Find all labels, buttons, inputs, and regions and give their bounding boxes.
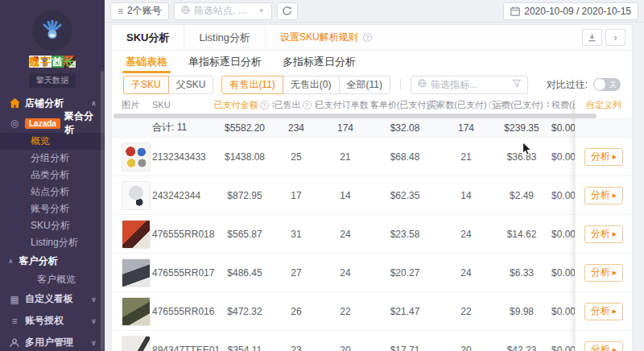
lazada-badge: Lazada [25,118,60,129]
product-image[interactable] [122,220,151,249]
brand-logo [32,10,72,51]
brand-subtitle-badge: 擎天数据 [29,73,76,88]
col-sold[interactable]: 已售出 ? ▲▼ [276,99,316,111]
subtab-multi-metric-daily[interactable]: 多指标逐日分析 [283,51,356,73]
divider [400,79,401,90]
play-icon: ▶ [613,308,617,315]
refresh-button[interactable] [277,2,298,20]
sidebar-item-account-analysis[interactable]: 账号分析 [0,200,105,217]
sku-value: 2132343433 [152,151,213,163]
brand-name: 数字酋长 [0,55,105,69]
table-header-row: 图片 SKU 已支付金额 ? ▲▼ 已售出 ? ▲▼ 已支付订单数 ▲▼ 客单价… [112,96,632,114]
subtab-single-metric-daily[interactable]: 单指标逐日分析 [188,51,262,73]
tab-listing-analysis[interactable]: Listing分析 [184,25,266,50]
play-icon: ▶ [613,231,617,237]
download-button[interactable] [582,29,602,46]
sidebar-item-site-analysis[interactable]: 站点分析 [0,184,105,200]
product-image[interactable] [122,336,151,351]
chevron-down-icon: ∨ [91,317,97,325]
menu-icon: ≡ [118,6,123,17]
globe-icon [418,79,427,90]
top-toolbar: ≡ 2个账号 筛选站点, 大类, 小类... ▼ 2020-10-09 / 20… [105,0,644,23]
product-image[interactable] [122,258,151,287]
toggle-knob [594,79,605,90]
sku-value: 894347TTEE01 [152,345,213,351]
filter-child-sku[interactable]: 子SKU [123,76,169,94]
col-shipping[interactable]: 运费(已支付) ▲▼ [497,99,547,111]
col-paid-orders[interactable]: 已支付订单数 ▲▼ [316,99,374,111]
compare-past-toggle[interactable]: 关 [593,78,621,91]
sidebar-group-account-authorization[interactable]: ≡ 账号授权 ∨ [0,310,105,332]
product-image[interactable] [122,142,151,171]
table-row: 476555RR017 $486.45 27 24 $20.27 24 $6.3… [112,254,632,292]
sku-table: 图片 SKU 已支付金额 ? ▲▼ 已售出 ? ▲▼ 已支付订单数 ▲▼ 客单价… [112,96,632,351]
sku-value: 476555RR016 [152,306,213,317]
sidebar-group-custom-dashboard[interactable]: ▦ 自定义看板 ∨ [0,288,105,310]
product-image[interactable] [122,181,151,210]
date-range-picker[interactable]: 2020-10-09 / 2020-10-15 [503,2,638,20]
analyze-button[interactable]: 分析▶ [584,225,623,243]
analyze-button[interactable]: 分析▶ [584,303,623,320]
accounts-button[interactable]: ≡ 2个账号 [110,2,169,20]
summary-row: 合计: 11 $5582.20 234 174 $32.08 174 $239.… [112,118,632,138]
target-icon: ◎ [8,118,21,129]
filter-parent-sku[interactable]: 父SKU [168,76,214,94]
refresh-icon [282,6,292,16]
chevron-down-icon: ∨ [91,339,97,347]
table-row: 243242344 $872.95 17 14 $62.35 14 $2.49 … [112,176,632,215]
chevron-down-icon: ∨ [91,295,97,304]
sidebar-scrollbar[interactable] [101,71,104,351]
globe-icon [181,6,190,17]
play-icon: ▶ [613,270,617,276]
chevron-up-icon: ∧ [8,258,14,265]
col-sku: SKU [152,100,213,109]
calendar-icon [510,6,520,16]
col-buyers[interactable]: 买家数(已支付) ? ▲▼ [436,99,497,111]
site-filter-placeholder: 筛选站点, 大类, 小类... [194,4,254,18]
sidebar-item-category-analysis[interactable]: 品类分析 [0,167,105,184]
sidebar-item-listing-analysis[interactable]: Listing分析 [0,234,105,251]
sidebar-item-sku-analysis[interactable]: SKU分析 [0,217,105,234]
chief-logo-icon [40,19,64,43]
table-row: 476555RR016 $472.32 26 22 $21.47 22 $9.9… [112,292,632,331]
summary-label: 合计: 11 [152,121,213,134]
sidebar-item-group-analysis[interactable]: 分组分析 [0,150,105,167]
subtab-basic-table[interactable]: 基础表格 [126,51,167,73]
filter-unsold[interactable]: 无售出(0) [283,76,340,94]
col-avg-order-value[interactable]: 客单价(已支付) ? [374,99,436,111]
sidebar-group-customer-analysis[interactable]: ∧ 客户分析 [0,251,105,270]
grid-icon: ▦ [8,294,21,305]
metric-filter-select[interactable]: 筛选指标... [411,76,528,94]
sku-type-toggle-group: 子SKU 父SKU [123,76,213,94]
sidebar-item-lazada-aggregate[interactable]: ◎ Lazada 聚合分析 [0,114,105,133]
site-filter-select[interactable]: 筛选站点, 大类, 小类... ▼ [174,2,272,20]
analyze-button[interactable]: 分析▶ [584,187,623,204]
tab-sku-analysis[interactable]: SKU分析 [112,25,184,50]
product-image[interactable] [122,297,151,326]
expand-right-button[interactable]: › [605,29,625,46]
filter-bar: 子SKU 父SKU 有售出(11) 无售出(0) 全部(11) 筛选指标... … [112,73,632,96]
table-row: 894347TTEE01 $354.11 23 20 $17.71 20 $42… [112,331,632,351]
help-icon: ? [363,33,372,42]
mouse-cursor [522,142,533,159]
custom-column-header[interactable]: 自定义列 [576,96,632,114]
sidebar-item-customer-overview[interactable]: 客户概览 [0,270,105,288]
analyze-button[interactable]: 分析▶ [584,264,623,282]
table-row: 476555RR018 $565.87 31 24 $23.58 24 $14.… [112,215,632,254]
filter-sold[interactable]: 有售出(11) [221,76,283,94]
sold-filter-group: 有售出(11) 无售出(0) 全部(11) [221,76,390,94]
filter-all[interactable]: 全部(11) [339,76,390,94]
col-image: 图片 [112,99,152,111]
sidebar: 数字酋长 擎天数据 店铺分析 ∧ ◎ Lazada 聚合分析 概览 分组分析 品… [0,0,105,351]
scrollbar-thumb[interactable] [114,114,597,118]
toggle-state-label: 关 [609,81,617,89]
analyze-button[interactable]: 分析▶ [584,341,623,351]
set-sku-rule-link[interactable]: 设置SKU解析规则 ? [266,25,386,50]
main-tabs: SKU分析 Listing分析 设置SKU解析规则 ? › [112,25,632,51]
home-icon [8,98,21,108]
sku-value: 476555RR017 [152,267,213,279]
sub-tabs: 基础表格 单指标逐日分析 多指标逐日分析 [112,51,632,73]
sidebar-group-multi-user[interactable]: 多用户管理 ∨ [0,332,105,351]
col-paid-amount[interactable]: 已支付金额 ? ▲▼ [213,99,276,111]
analyze-button[interactable]: 分析▶ [584,148,623,166]
